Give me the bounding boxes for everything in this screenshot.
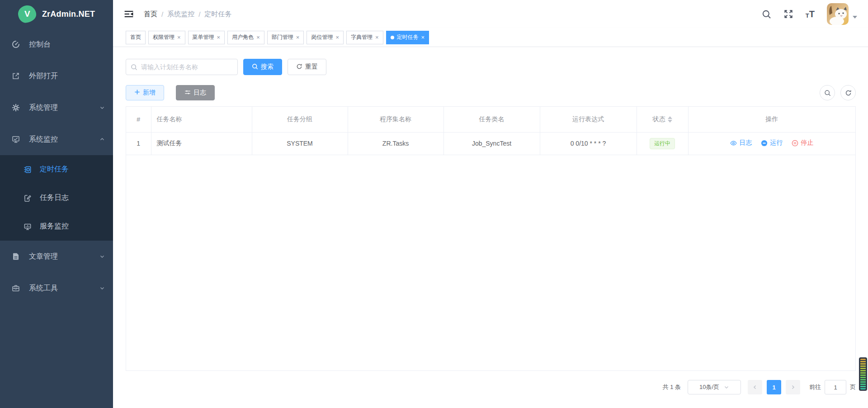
row-log-label: 日志 [739, 139, 752, 147]
page-size-select[interactable]: 10条/页 [688, 380, 741, 394]
breadcrumb-home[interactable]: 首页 [144, 10, 157, 19]
close-icon[interactable]: × [256, 34, 260, 40]
sidebar: V ZrAdmin.NET 控制台 外部打开 系统管理 [0, 0, 113, 408]
sidebar-item-external-open[interactable]: 外部打开 [0, 60, 113, 92]
sidebar-item-label: 系统管理 [29, 103, 58, 113]
fullscreen-icon[interactable] [783, 9, 793, 19]
sidebar-item-service-monitor[interactable]: 服务监控 [0, 212, 113, 241]
app-title: ZrAdmin.NET [42, 9, 95, 19]
sidebar-item-article-management[interactable]: 文章管理 [0, 241, 113, 272]
refresh-icon [296, 63, 302, 71]
tab-dict-management[interactable]: 字典管理 × [346, 31, 383, 44]
stop-circle-icon [792, 140, 798, 147]
close-icon[interactable]: × [177, 34, 181, 40]
search-button[interactable]: 搜索 [243, 59, 282, 75]
sidebar-collapse-icon[interactable] [124, 9, 134, 19]
sidebar-item-label: 任务日志 [40, 193, 69, 203]
add-button[interactable]: 新增 [126, 85, 164, 100]
sidebar-item-system-tools[interactable]: 系统工具 [0, 272, 113, 304]
tab-home[interactable]: 首页 [126, 31, 146, 44]
sliders-icon [184, 89, 191, 97]
task-name-input[interactable] [141, 63, 233, 71]
search-button-label: 搜索 [261, 63, 274, 71]
page-number-1[interactable]: 1 [767, 380, 781, 394]
tab-label: 岗位管理 [311, 33, 333, 41]
caret-down-icon [853, 16, 857, 19]
goto-label: 前往 [809, 383, 821, 391]
toolbox-icon [12, 284, 20, 292]
breadcrumb-system-monitoring: 系统监控 [167, 10, 194, 19]
dashboard-icon [12, 40, 20, 48]
main-area: 首页 / 系统监控 / 定时任务 TT [113, 0, 868, 404]
chevron-down-icon [99, 254, 105, 259]
next-page-button[interactable] [786, 380, 800, 394]
cell-task-group: SYSTEM [252, 132, 348, 155]
breadcrumb-separator: / [161, 10, 163, 18]
refresh-table-button[interactable] [840, 85, 856, 100]
font-size-icon[interactable]: TT [806, 9, 815, 19]
table-tools [820, 85, 856, 100]
tab-post-management[interactable]: 岗位管理 × [307, 31, 344, 44]
logo-icon: V [17, 5, 37, 24]
page-size-value: 10条/页 [699, 383, 719, 391]
close-icon[interactable]: × [421, 34, 425, 40]
cell-index: 1 [126, 132, 151, 155]
tab-label: 字典管理 [351, 33, 373, 41]
edge-scroll-widget[interactable] [859, 357, 867, 391]
header-index: # [126, 107, 151, 132]
row-run-button[interactable]: 运行 [761, 139, 783, 147]
breadcrumb-current: 定时任务 [204, 10, 231, 19]
sidebar-item-label: 定时任务 [40, 165, 69, 174]
pagination: 共 1 条 10条/页 1 前往 页 [126, 380, 856, 404]
prev-page-button[interactable] [748, 380, 762, 394]
row-stop-button[interactable]: 停止 [792, 139, 813, 147]
tab-label: 权限管理 [153, 33, 175, 41]
task-name-input-wrap [126, 59, 238, 75]
add-button-label: 新增 [143, 89, 156, 97]
header-actions: 操作 [688, 107, 855, 132]
header-status[interactable]: 状态 [637, 107, 688, 132]
sidebar-item-label: 系统工具 [29, 284, 58, 293]
search-icon [131, 64, 137, 71]
tab-department-management[interactable]: 部门管理 × [267, 31, 304, 44]
reset-button[interactable]: 重置 [288, 59, 326, 75]
document-icon [12, 252, 20, 261]
sidebar-item-label: 文章管理 [29, 252, 58, 261]
avatar[interactable] [827, 3, 849, 25]
sidebar-item-system-monitoring[interactable]: 系统监控 [0, 123, 113, 155]
header-task-name: 任务名称 [151, 107, 252, 132]
timer-icon [24, 166, 32, 174]
close-icon[interactable]: × [217, 34, 221, 40]
sidebar-item-task-logs[interactable]: 任务日志 [0, 184, 113, 212]
log-edit-icon [24, 194, 32, 202]
tab-scheduled-tasks[interactable]: 定时任务 × [386, 31, 429, 44]
close-icon[interactable]: × [296, 34, 300, 40]
close-icon[interactable]: × [375, 34, 379, 40]
sidebar-item-console[interactable]: 控制台 [0, 28, 113, 60]
tab-menu-management[interactable]: 菜单管理 × [188, 31, 225, 44]
sidebar-item-scheduled-tasks[interactable]: 定时任务 [0, 155, 113, 184]
edge-widget-bars [860, 359, 866, 389]
tab-label: 定时任务 [397, 33, 419, 41]
close-icon[interactable]: × [335, 34, 339, 40]
goto-page-input[interactable] [825, 380, 846, 394]
search-icon[interactable] [762, 9, 771, 19]
search-form: 搜索 重置 [126, 59, 856, 75]
table-toolbar: 新增 日志 [126, 85, 856, 100]
sidebar-item-label: 控制台 [29, 40, 51, 49]
tab-label: 菜单管理 [193, 33, 214, 41]
sidebar-item-system-management[interactable]: 系统管理 [0, 92, 113, 123]
user-menu[interactable] [827, 3, 857, 25]
app-logo[interactable]: V ZrAdmin.NET [0, 0, 113, 28]
log-button[interactable]: 日志 [176, 85, 215, 100]
tab-permission-management[interactable]: 权限管理 × [148, 31, 185, 44]
tab-user-roles[interactable]: 用户角色 × [227, 31, 264, 44]
log-button-label: 日志 [193, 89, 206, 97]
row-log-button[interactable]: 日志 [730, 139, 752, 147]
tags-view-bar: 首页 权限管理 × 菜单管理 × 用户角色 × 部门管理 × 岗位管理 × 字典… [113, 28, 868, 47]
tab-label: 部门管理 [272, 33, 293, 41]
header-status-label: 状态 [653, 115, 665, 123]
chevron-up-icon [99, 137, 105, 142]
sort-carets-icon[interactable] [668, 116, 672, 123]
show-search-button[interactable] [820, 85, 835, 100]
